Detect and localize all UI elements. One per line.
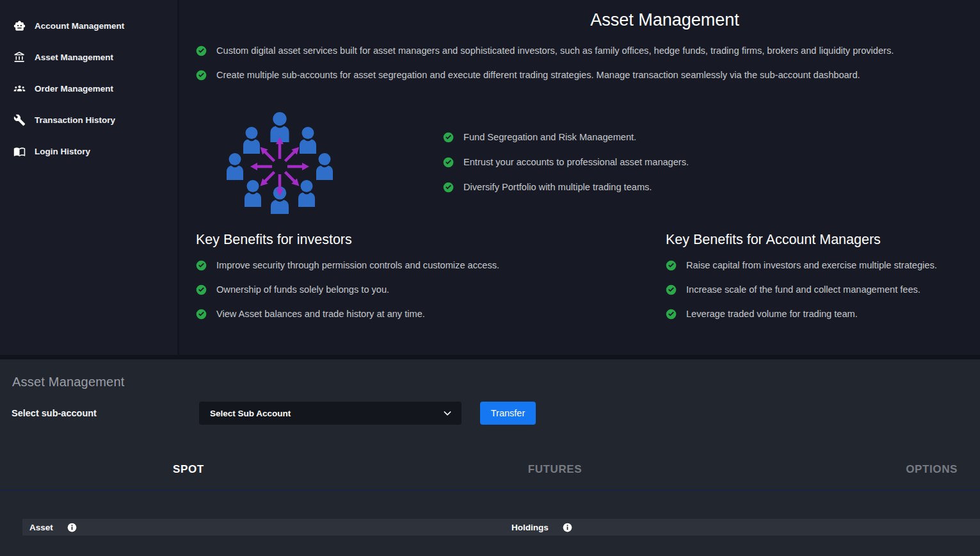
feature-bullet: Diversify Portfolio with multiple tradin… — [443, 180, 689, 194]
wrench-icon — [13, 114, 26, 126]
bullet-text: Custom digital asset services built for … — [216, 44, 894, 58]
holdings-table-header: Asset Holdings — [22, 519, 980, 536]
check-icon — [443, 132, 454, 143]
main-content: Asset Management Custom digital asset se… — [179, 0, 980, 355]
sidebar-item-label: Login History — [35, 147, 90, 156]
sidebar-item-label: Transaction History — [35, 115, 115, 125]
benefits-investors: Key Benefits for investors Improve secur… — [196, 232, 666, 331]
intro-points: Custom digital asset services built for … — [196, 44, 980, 82]
feature-points: Fund Segregation and Risk Management. En… — [443, 130, 689, 194]
feature-row: Fund Segregation and Risk Management. En… — [196, 110, 980, 214]
sidebar-item-login-history[interactable]: Login History — [0, 136, 177, 167]
sidebar: Account Management Asset Management Orde… — [0, 0, 179, 355]
intro-bullet: Custom digital asset services built for … — [196, 44, 980, 58]
column-label: Asset — [29, 523, 53, 532]
check-icon — [666, 309, 677, 320]
chevron-down-icon — [442, 408, 453, 418]
check-icon — [196, 45, 207, 56]
feature-bullet: Fund Segregation and Risk Management. — [443, 130, 689, 144]
sidebar-item-label: Account Management — [35, 21, 124, 31]
people-network-illustration — [221, 110, 339, 214]
sidebar-item-label: Asset Management — [35, 53, 113, 62]
sidebar-item-transaction-history[interactable]: Transaction History — [0, 104, 177, 136]
tab-divider — [0, 489, 980, 491]
bullet-text: Create multiple sub-accounts for asset s… — [216, 68, 860, 82]
bullet-text: Increase scale of the fund and collect m… — [686, 282, 920, 297]
check-icon — [196, 284, 207, 295]
page-title: Asset Management — [196, 10, 980, 30]
check-icon — [443, 182, 454, 193]
benefits-investors-title: Key Benefits for investors — [196, 232, 666, 248]
benefit-bullet: Leverage traded volume for trading team. — [666, 307, 937, 321]
sidebar-item-label: Order Management — [35, 84, 113, 94]
bullet-text: Fund Segregation and Risk Management. — [463, 130, 636, 144]
benefit-bullet: Increase scale of the fund and collect m… — [666, 282, 937, 297]
benefit-bullet: Raise capital from investors and exercis… — [666, 258, 937, 272]
benefits-row: Key Benefits for investors Improve secur… — [196, 232, 980, 331]
check-icon — [196, 70, 207, 81]
benefit-bullet: Improve security through permission cont… — [196, 258, 666, 272]
bank-icon — [13, 51, 26, 63]
info-icon[interactable] — [67, 523, 77, 532]
benefit-bullet: View Asset balances and trade history at… — [196, 307, 666, 321]
benefits-managers: Key Benefits for Account Managers Raise … — [666, 232, 937, 331]
bullet-text: Raise capital from investors and exercis… — [686, 258, 937, 272]
bullet-text: View Asset balances and trade history at… — [216, 307, 425, 321]
check-icon — [666, 260, 677, 271]
panel-title: Asset Management — [12, 375, 980, 389]
bullet-text: Improve security through permission cont… — [216, 258, 499, 272]
tab-spot[interactable]: SPOT — [173, 463, 204, 476]
feature-bullet: Entrust your accounts to professional as… — [443, 155, 689, 169]
check-icon — [666, 284, 677, 295]
bullet-text: Entrust your accounts to professional as… — [463, 155, 689, 169]
check-icon — [196, 260, 207, 271]
transfer-button[interactable]: Transfer — [480, 402, 536, 425]
column-label: Holdings — [511, 523, 549, 532]
robot-icon — [13, 20, 26, 32]
sidebar-item-account-management[interactable]: Account Management — [0, 10, 177, 42]
market-tabs: SPOT FUTURES OPTIONS — [173, 463, 958, 476]
benefit-bullet: Ownership of funds solely belongs to you… — [196, 282, 666, 297]
sidebar-item-order-management[interactable]: Order Management — [0, 73, 177, 104]
intro-bullet: Create multiple sub-accounts for asset s… — [196, 68, 980, 82]
asset-management-panel: Asset Management Select sub-account Sele… — [0, 375, 980, 556]
sub-account-select-value: Select Sub Account — [210, 409, 291, 418]
column-holdings: Holdings — [511, 523, 572, 532]
top-region: Account Management Asset Management Orde… — [0, 0, 980, 359]
bullet-text: Leverage traded volume for trading team. — [686, 307, 858, 321]
sub-account-select[interactable]: Select Sub Account — [199, 402, 462, 425]
info-icon[interactable] — [563, 523, 572, 532]
tab-futures[interactable]: FUTURES — [528, 463, 582, 476]
tab-options[interactable]: OPTIONS — [906, 463, 958, 476]
column-asset: Asset — [22, 523, 511, 532]
check-icon — [196, 309, 207, 320]
check-icon — [443, 157, 454, 168]
bullet-text: Ownership of funds solely belongs to you… — [216, 282, 389, 297]
benefits-managers-title: Key Benefits for Account Managers — [666, 232, 937, 248]
bullet-text: Diversify Portfolio with multiple tradin… — [463, 180, 652, 194]
select-sub-account-label: Select sub-account — [12, 408, 199, 418]
select-row: Select sub-account Select Sub Account Tr… — [0, 402, 980, 425]
book-icon — [13, 145, 26, 158]
groups-icon — [13, 83, 26, 95]
sidebar-item-asset-management[interactable]: Asset Management — [0, 42, 177, 73]
